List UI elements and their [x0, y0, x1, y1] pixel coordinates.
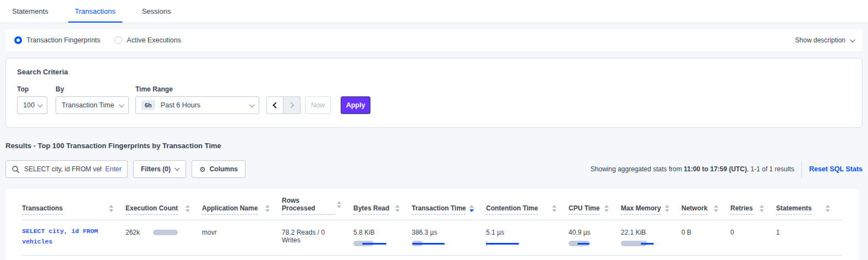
search-criteria-title: Search Criteria: [17, 68, 851, 76]
cell-application-name: movr: [202, 220, 282, 256]
column-header-max-memory[interactable]: Max Memory: [621, 189, 681, 220]
time-range-select[interactable]: 6h Past 6 Hours: [135, 96, 259, 114]
results-heading: Results - Top 100 Transaction Fingerprin…: [6, 142, 868, 150]
search-input[interactable]: [24, 165, 102, 173]
chevron-left-icon: [272, 102, 279, 108]
column-header-statements[interactable]: Statements: [776, 189, 842, 220]
show-description-toggle[interactable]: Show description: [795, 36, 854, 44]
chevron-down-icon: [119, 102, 124, 107]
cell-network: 0 B: [681, 220, 730, 256]
sort-icon[interactable]: [470, 205, 474, 212]
search-criteria-card: Search Criteria Top 100 By Transaction T…: [6, 58, 862, 128]
reset-sql-stats-link[interactable]: Reset SQL Stats: [809, 165, 862, 173]
cell-execution-count: 262k: [125, 220, 202, 256]
results-table-card: Transactions Execution Count Application…: [6, 189, 859, 260]
column-header-execution-count[interactable]: Execution Count: [125, 189, 202, 220]
column-header-transaction-time[interactable]: Transaction Time: [412, 189, 486, 220]
results-toolbar: Enter Filters (0) ⚙ Columns Showing aggr…: [6, 160, 862, 178]
chevron-down-icon: [249, 102, 255, 107]
transactions-table: Transactions Execution Count Application…: [22, 189, 842, 256]
sort-icon[interactable]: [552, 205, 556, 212]
by-select[interactable]: Transaction Time: [56, 96, 129, 114]
aggregated-stats-note: Showing aggregated stats from 11:00 to 1…: [591, 165, 794, 173]
column-header-network[interactable]: Network: [681, 189, 730, 220]
sort-icon[interactable]: [185, 205, 190, 212]
sort-icon[interactable]: [826, 205, 830, 212]
column-header-bytes-read[interactable]: Bytes Read: [353, 189, 412, 220]
view-toggle-bar: Transaction Fingerprints Active Executio…: [6, 29, 862, 51]
sort-icon[interactable]: [760, 205, 764, 212]
sort-icon[interactable]: [714, 205, 718, 212]
by-label: By: [56, 85, 135, 93]
table-header-row: Transactions Execution Count Application…: [22, 189, 842, 220]
apply-button[interactable]: Apply: [341, 96, 370, 114]
page-tabs: Statements Transactions Sessions: [0, 0, 868, 23]
tab-transactions[interactable]: Transactions: [69, 0, 122, 23]
column-header-rows-processed[interactable]: Rows Processed: [282, 189, 353, 220]
columns-button[interactable]: ⚙ Columns: [192, 160, 245, 178]
gear-icon: ⚙: [199, 166, 206, 173]
sort-icon[interactable]: [109, 205, 113, 212]
radio-transaction-fingerprints[interactable]: Transaction Fingerprints: [14, 36, 100, 44]
chevron-down-icon: [850, 37, 855, 42]
cell-max-memory: 22.1 KiB: [621, 220, 681, 256]
sort-icon[interactable]: [337, 201, 341, 208]
sort-icon[interactable]: [665, 205, 669, 212]
tab-statements[interactable]: Statements: [12, 0, 54, 23]
radio-icon: [114, 36, 122, 44]
cpu-time-barchart: [569, 241, 612, 246]
chevron-down-icon: [37, 102, 43, 107]
time-window-stepper: [266, 96, 301, 114]
next-time-window-button[interactable]: [283, 96, 301, 114]
transaction-fingerprint-link[interactable]: SELECT city, id FROM vehicles: [22, 226, 117, 247]
search-icon: [12, 166, 19, 173]
radio-active-executions[interactable]: Active Executions: [114, 36, 181, 44]
top-select[interactable]: 100: [17, 96, 47, 114]
time-range-label: Time Range: [135, 85, 266, 93]
table-row: SELECT city, id FROM vehicles 262k movr …: [22, 220, 842, 256]
column-header-transactions[interactable]: Transactions: [22, 189, 125, 220]
cell-transaction-time: 386.3 µs: [412, 220, 486, 256]
transaction-time-barchart: [412, 241, 477, 246]
previous-time-window-button[interactable]: [266, 96, 283, 114]
search-enter-button[interactable]: Enter: [105, 165, 122, 173]
cell-transaction-fingerprint: SELECT city, id FROM vehicles: [22, 220, 125, 256]
top-label: Top: [17, 85, 56, 93]
chevron-right-icon: [288, 102, 294, 108]
cell-retries: 0: [730, 220, 776, 256]
divider: [801, 161, 802, 177]
column-header-cpu-time[interactable]: CPU Time: [569, 189, 621, 220]
fingerprint-search-box[interactable]: Enter: [6, 160, 128, 178]
column-header-retries[interactable]: Retries: [730, 189, 776, 220]
max-memory-barchart: [621, 241, 673, 246]
column-header-contention-time[interactable]: Contention Time: [486, 189, 569, 220]
time-range-badge: 6h: [141, 100, 155, 110]
tab-sessions[interactable]: Sessions: [136, 0, 177, 23]
cell-cpu-time: 40.9 µs: [569, 220, 621, 256]
cell-statements: 1: [776, 220, 842, 256]
execution-count-bar: [153, 230, 178, 235]
sort-icon[interactable]: [265, 205, 270, 212]
cell-bytes-read: 5.8 KiB: [353, 220, 412, 256]
cell-rows-processed: 78.2 Reads / 0 Writes: [282, 220, 353, 256]
cell-contention-time: 5.1 µs: [486, 220, 569, 256]
sort-icon[interactable]: [604, 205, 609, 212]
now-button[interactable]: Now: [305, 96, 331, 114]
contention-time-barchart: [486, 241, 560, 246]
chevron-down-icon: [174, 165, 180, 171]
radio-icon: [14, 36, 22, 44]
bytes-read-barchart: [353, 241, 403, 246]
sort-icon[interactable]: [395, 205, 400, 212]
filters-button[interactable]: Filters (0): [133, 160, 186, 178]
column-header-application-name[interactable]: Application Name: [202, 189, 282, 220]
